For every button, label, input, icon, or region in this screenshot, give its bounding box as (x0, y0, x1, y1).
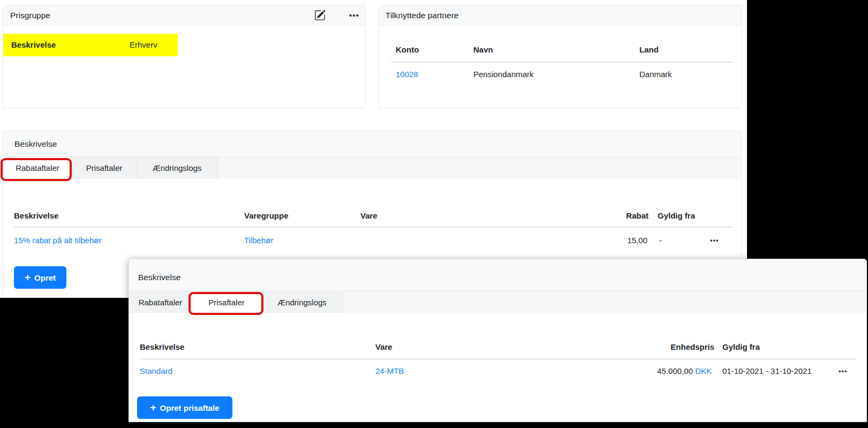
field-label: Beskrivelse (11, 39, 56, 51)
detail-panel-title: Beskrivelse (14, 139, 57, 149)
price-agreement-link[interactable]: Standard (140, 365, 172, 377)
column-header-gyldig-fra: Gyldig fra (722, 341, 760, 353)
prisaftaler-panel-tabstrip: Rabataftaler Prisaftaler Ændringslogs (129, 291, 866, 313)
tab-label: Prisaftaler (208, 298, 245, 307)
prisaftaler-panel: Beskrivelse Rabataftaler Prisaftaler Ænd… (129, 259, 867, 422)
card-menu-ellipsis-icon[interactable]: ••• (349, 10, 359, 21)
table-header-divider (140, 358, 856, 359)
column-header-vare: Vare (360, 210, 378, 222)
tab-label: Ændringslogs (277, 298, 327, 307)
plus-icon: + (25, 272, 31, 282)
prisaftaler-panel-title: Beskrivelse (138, 273, 180, 282)
currency-link[interactable]: DKK (695, 366, 712, 376)
plus-icon: + (150, 402, 156, 412)
tab-label: Rabataftaler (139, 298, 183, 307)
item-link[interactable]: 24-MTB (375, 365, 404, 377)
tab-label: Ændringslogs (153, 163, 202, 172)
edit-icon[interactable] (314, 10, 326, 23)
partners-card-header: Tilknyttede partnere (379, 5, 742, 26)
column-header-enhedspris: Enhedspris (645, 341, 714, 353)
partners-card-title: Tilknyttede partnere (386, 11, 458, 20)
row-actions-ellipsis-icon[interactable]: ••• (839, 365, 848, 377)
discount-value: 15,00 (595, 235, 647, 246)
partner-country: Danmark (639, 69, 672, 80)
column-header-vare: Vare (375, 341, 393, 353)
valid-from-value: 01-10-2021 - 31-10-2021 (722, 365, 812, 377)
table-header-divider (14, 227, 733, 228)
detail-panel-header: Beskrivelse (3, 131, 742, 156)
prisgruppe-card: Prisgruppe ••• Beskrivelse Erhverv (3, 5, 366, 108)
item-group-link[interactable]: Tilbehør (244, 235, 273, 246)
unit-price-value: 45.000,00 DKK (632, 365, 712, 377)
valid-from-value: - (659, 235, 662, 246)
detail-panel-tabstrip: Rabataftaler Prisaftaler Ændringslogs (3, 156, 742, 179)
create-price-agreement-button[interactable]: + Opret prisaftale (137, 396, 232, 419)
table-header-divider (391, 62, 733, 63)
create-discount-button[interactable]: + Opret (14, 266, 66, 289)
tab-rabataftaler[interactable]: Rabataftaler (129, 291, 192, 313)
tab-rabataftaler[interactable]: Rabataftaler (3, 157, 72, 179)
create-button-label: Opret prisaftale (160, 403, 220, 412)
main-page: Prisgruppe ••• Beskrivelse Erhverv Tilkn… (0, 0, 747, 298)
tab-aendringslogs[interactable]: Ændringslogs (261, 291, 343, 313)
field-value: Erhverv (130, 39, 157, 51)
column-header-rabat: Rabat (595, 210, 648, 222)
highlighted-field-row: Beskrivelse Erhverv (3, 34, 178, 56)
tab-prisaftaler[interactable]: Prisaftaler (72, 157, 137, 179)
row-actions-ellipsis-icon[interactable]: ••• (710, 235, 719, 246)
tab-label: Rabataftaler (16, 163, 59, 172)
column-header-beskrivelse: Beskrivelse (14, 210, 58, 222)
column-header-beskrivelse: Beskrivelse (140, 341, 184, 353)
prisgruppe-card-title: Prisgruppe (10, 11, 50, 20)
screenshot-canvas: Prisgruppe ••• Beskrivelse Erhverv Tilkn… (0, 0, 868, 428)
tab-aendringslogs[interactable]: Ændringslogs (137, 157, 218, 179)
tab-prisaftaler[interactable]: Prisaftaler (192, 291, 261, 313)
unit-price-amount: 45.000,00 (657, 366, 693, 376)
column-header-varegruppe: Varegruppe (244, 210, 289, 222)
partners-card: Tilknyttede partnere Konto Navn Land 100… (379, 5, 742, 108)
column-header-gyldig-fra: Gyldig fra (658, 210, 695, 222)
tab-label: Prisaftaler (86, 163, 123, 172)
column-header-navn: Navn (473, 44, 493, 56)
column-header-land: Land (639, 44, 659, 56)
column-header-konto: Konto (396, 44, 419, 56)
prisaftaler-panel-header: Beskrivelse (129, 259, 866, 291)
create-button-label: Opret (34, 273, 56, 282)
prisgruppe-card-header: Prisgruppe ••• (3, 5, 365, 26)
partner-account-link[interactable]: 10028 (396, 69, 418, 80)
partner-name: Pensiondanmark (473, 69, 534, 80)
discount-agreement-link[interactable]: 15% rabat på alt tilbehør (14, 235, 101, 246)
